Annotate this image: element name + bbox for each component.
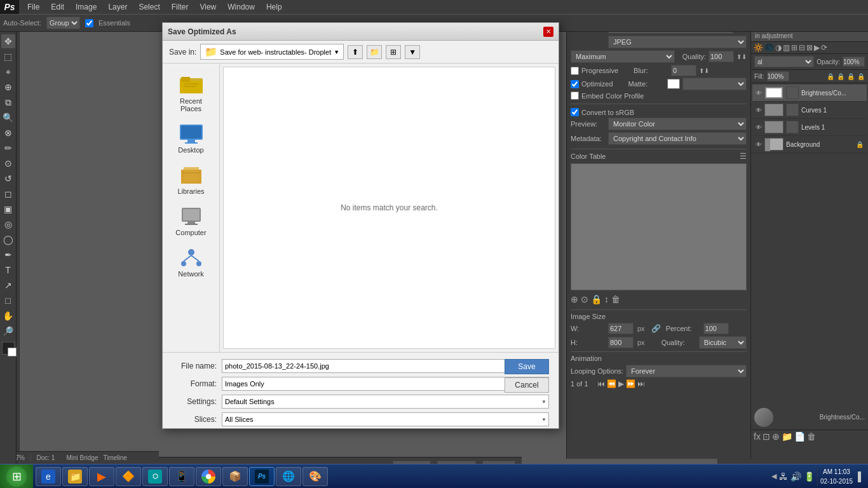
frame-first-btn[interactable]: ⏮ <box>597 379 605 388</box>
view-btn[interactable]: ⊞ <box>386 45 401 59</box>
optimized-checkbox[interactable] <box>571 80 579 88</box>
matte-color[interactable] <box>667 79 680 89</box>
taskbar-dropbox[interactable]: 📦 <box>222 467 248 486</box>
lock3-icon[interactable]: 🔒 <box>847 73 855 80</box>
width-input[interactable] <box>608 323 634 334</box>
show-transform-checkbox[interactable] <box>85 19 93 27</box>
network-systray-icon[interactable]: 🖧 <box>779 471 788 482</box>
save-button[interactable]: Save <box>505 359 549 374</box>
layer-item-background[interactable]: 👁 Background 🔒 <box>752 136 867 153</box>
quality-input[interactable] <box>709 51 734 62</box>
taskbar-explorer[interactable]: 📁 <box>62 467 88 486</box>
lasso-tool[interactable]: ⌖ <box>1 65 15 79</box>
taskbar-ie[interactable]: e <box>36 467 61 486</box>
quality-dropdown[interactable]: Maximum <box>571 50 675 63</box>
nav-recent-places[interactable]: Recent Places <box>167 70 215 116</box>
dialog-close-button[interactable]: ✕ <box>543 27 553 37</box>
layer-item-brightness[interactable]: 👁 Brightness/Co... <box>752 85 867 102</box>
looping-dropdown[interactable]: Forever <box>626 365 747 377</box>
blur-tool[interactable]: ◎ <box>1 217 15 231</box>
nav-libraries[interactable]: Libraries <box>167 160 215 198</box>
history-brush-tool[interactable]: ↺ <box>1 172 15 186</box>
menu-view[interactable]: View <box>194 1 221 13</box>
blend-dropdown[interactable]: al <box>754 56 814 67</box>
new-folder-btn[interactable]: 📁 <box>367 45 382 59</box>
add-group-icon[interactable]: 📁 <box>782 431 792 442</box>
height-input[interactable] <box>608 337 634 348</box>
ctrl-icon-5[interactable]: ⊞ <box>791 43 797 52</box>
nav-desktop[interactable]: Desktop <box>167 119 215 157</box>
eye-icon-levels[interactable]: 👁 <box>756 124 762 131</box>
dodge-tool[interactable]: ◯ <box>1 233 15 247</box>
add-adjustment-icon[interactable]: ⊕ <box>772 431 780 442</box>
zoom-tool[interactable]: 🔎 <box>1 324 15 338</box>
matte-dropdown[interactable] <box>682 78 747 90</box>
pen-tool[interactable]: ✒ <box>1 248 15 262</box>
ctrl-icon-1[interactable]: 🔆 <box>754 43 763 52</box>
lock4-icon[interactable]: 🔒 <box>857 73 865 80</box>
frame-play-btn[interactable]: ▶ <box>618 379 624 388</box>
menu-help[interactable]: Help <box>261 1 287 13</box>
hand-tool[interactable]: ✋ <box>1 309 15 323</box>
link-icon[interactable]: 🔗 <box>651 324 661 333</box>
settings-select-container[interactable]: Default Settings ▼ <box>222 395 549 409</box>
timeline-tab[interactable]: Timeline <box>103 454 126 461</box>
blur-input[interactable] <box>671 65 696 76</box>
ctrl-icon-8[interactable]: ▶ <box>814 43 820 52</box>
slices-select-container[interactable]: All Slices ▼ <box>222 412 549 426</box>
volume-icon[interactable]: 🔊 <box>790 471 801 482</box>
color-table-btn1[interactable]: ⊕ <box>571 294 578 304</box>
lock-icon[interactable]: 🔒 <box>827 73 834 80</box>
format-select-container[interactable]: Images Only ▼ <box>222 377 549 391</box>
eye-icon-background[interactable]: 👁 <box>756 141 762 148</box>
taskbar-chrome[interactable] <box>196 467 221 486</box>
clock-area[interactable]: AM 11:03 02-10-2015 <box>817 467 855 486</box>
menu-select[interactable]: Select <box>133 1 165 13</box>
start-button[interactable]: ⊞ <box>0 464 33 489</box>
frame-next-btn[interactable]: ⏩ <box>626 379 635 388</box>
save-in-dropdown[interactable]: 📁 Save for web- instructables- Droplet ▼ <box>200 44 344 60</box>
lock2-icon[interactable]: 🔒 <box>837 73 844 80</box>
view-arrow-btn[interactable]: ▼ <box>405 45 420 59</box>
taskbar-paint[interactable]: 🎨 <box>302 467 328 486</box>
frame-prev-btn[interactable]: ⏪ <box>607 379 616 388</box>
quality-spinner[interactable]: ⬆⬇ <box>736 53 747 60</box>
opacity-input[interactable] <box>843 57 865 67</box>
healing-tool[interactable]: ⊗ <box>1 126 15 140</box>
menu-image[interactable]: Image <box>71 1 102 13</box>
menu-file[interactable]: File <box>22 1 44 13</box>
eye-icon-curves[interactable]: 👁 <box>756 107 762 114</box>
add-layer-style-icon[interactable]: fx <box>754 431 761 442</box>
taskbar-phone[interactable]: 📱 <box>169 467 194 486</box>
convert-srgb-checkbox[interactable] <box>571 108 579 116</box>
taskbar-media[interactable]: ▶ <box>89 467 114 486</box>
color-table-btn4[interactable]: ↕ <box>604 294 609 304</box>
eraser-tool[interactable]: ◻ <box>1 187 15 201</box>
frame-last-btn[interactable]: ⏭ <box>637 379 645 388</box>
color-table-menu[interactable]: ☰ <box>740 152 747 161</box>
color-table-btn2[interactable]: ⊙ <box>581 294 588 304</box>
crop-tool[interactable]: ⧉ <box>1 95 15 109</box>
ctrl-icon-3[interactable]: ◑ <box>775 43 782 52</box>
menu-edit[interactable]: Edit <box>46 1 69 13</box>
ctrl-icon-2[interactable]: 🌑 <box>764 43 774 52</box>
up-folder-btn[interactable]: ⬆ <box>348 45 363 59</box>
color-table-btn3[interactable]: 🔒 <box>591 294 602 304</box>
quality-type-dropdown[interactable]: Bicubic <box>699 336 747 349</box>
color-table-btn5[interactable]: 🗑 <box>611 294 620 304</box>
show-desktop-btn[interactable]: ▌ <box>858 471 864 482</box>
type-tool[interactable]: T <box>1 263 15 277</box>
battery-icon[interactable]: 🔋 <box>804 471 815 482</box>
preview-dropdown[interactable]: Monitor Color <box>608 118 747 130</box>
taskbar-other[interactable]: 🌐 <box>276 467 301 486</box>
rectangle-shape-tool[interactable]: □ <box>1 294 15 308</box>
taskbar-arduino[interactable]: ⬡ <box>142 467 168 486</box>
add-mask-icon[interactable]: ⊡ <box>763 431 770 442</box>
mini-bridge-tab[interactable]: Mini Bridge <box>66 454 98 461</box>
taskbar-photoshop[interactable]: Ps <box>249 467 275 486</box>
add-new-layer-icon[interactable]: 📄 <box>794 431 805 442</box>
nav-network[interactable]: Network <box>167 243 215 281</box>
progressive-checkbox[interactable] <box>571 67 579 75</box>
ctrl-icon-9[interactable]: ⟳ <box>821 43 827 52</box>
clone-tool[interactable]: ⊙ <box>1 156 15 170</box>
